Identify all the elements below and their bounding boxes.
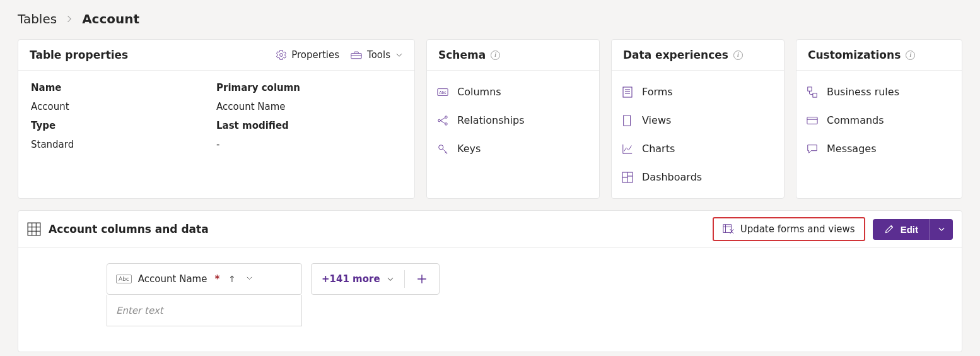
breadcrumb: Tables Account: [18, 11, 962, 27]
edit-split-button: Edit: [873, 219, 953, 240]
schema-relationships-label: Relationships: [457, 114, 525, 126]
breadcrumb-root-tables[interactable]: Tables: [18, 11, 57, 27]
card-title-schema: Schema: [438, 49, 486, 61]
edit-button-label: Edit: [901, 224, 918, 235]
tools-button[interactable]: Tools: [351, 49, 403, 61]
svg-point-3: [438, 119, 441, 122]
de-dashboards-label: Dashboards: [642, 171, 702, 183]
chevron-right-icon: [66, 13, 73, 25]
commands-icon: [807, 115, 818, 126]
card-title-customizations: Customizations: [808, 49, 901, 61]
card-schema: Schema i Abc Columns Relationships Keys: [426, 39, 600, 199]
prop-primary-label: Primary column: [216, 82, 402, 93]
update-forms-icon: [723, 223, 734, 235]
svg-rect-12: [807, 117, 817, 124]
de-forms-label: Forms: [642, 86, 673, 98]
relationships-icon: [437, 115, 448, 126]
chevron-down-icon: [395, 51, 403, 59]
svg-rect-8: [624, 115, 631, 125]
charts-icon: [622, 143, 633, 155]
info-icon[interactable]: i: [906, 50, 915, 60]
required-indicator: *: [214, 273, 219, 285]
more-columns-chip: +141 more: [311, 263, 440, 295]
text-column-icon: Abc: [116, 275, 132, 283]
prop-type-label: Type: [31, 120, 216, 131]
svg-rect-13: [28, 223, 40, 235]
cust-business-rules-link[interactable]: Business rules: [807, 86, 952, 98]
sort-ascending-icon: ↑: [228, 274, 236, 284]
views-icon: [622, 115, 633, 126]
tools-button-label: Tools: [367, 49, 390, 61]
cust-commands-label: Commands: [827, 114, 884, 126]
more-columns-label: +141 more: [322, 273, 380, 285]
card-table-properties: Table properties Properties Tools Name: [18, 39, 415, 199]
svg-point-6: [439, 145, 443, 149]
svg-rect-11: [813, 93, 817, 97]
edit-button-chevron[interactable]: [930, 219, 953, 240]
de-charts-link[interactable]: Charts: [622, 143, 774, 155]
update-forms-views-button[interactable]: Update forms and views: [713, 217, 865, 241]
prop-modified-value: -: [216, 139, 402, 150]
more-columns-button[interactable]: +141 more: [312, 264, 404, 294]
chevron-down-icon: [387, 275, 394, 283]
de-views-link[interactable]: Views: [622, 114, 774, 126]
toolbox-icon: [351, 50, 362, 59]
svg-point-5: [445, 122, 448, 125]
de-views-label: Views: [642, 114, 671, 126]
schema-keys-label: Keys: [457, 143, 481, 155]
account-columns-panel: Account columns and data Update forms an…: [18, 210, 962, 352]
schema-relationships-link[interactable]: Relationships: [437, 114, 589, 126]
breadcrumb-current: Account: [82, 11, 139, 27]
forms-icon: [622, 86, 633, 98]
messages-icon: [807, 143, 818, 155]
de-charts-label: Charts: [642, 143, 675, 155]
properties-button-label: Properties: [291, 49, 339, 61]
info-icon[interactable]: i: [491, 50, 500, 60]
schema-columns-link[interactable]: Abc Columns: [437, 86, 589, 98]
keys-icon: [437, 143, 448, 155]
properties-button[interactable]: Properties: [276, 49, 339, 61]
info-icon[interactable]: i: [733, 50, 743, 60]
column-header-account-name[interactable]: Abc Account Name * ↑: [107, 263, 302, 295]
dashboards-icon: [622, 172, 633, 183]
prop-modified-label: Last modified: [216, 120, 402, 131]
update-forms-views-label: Update forms and views: [740, 223, 855, 235]
plus-icon: [416, 273, 428, 285]
de-forms-link[interactable]: Forms: [622, 86, 774, 98]
card-title-data-experiences: Data experiences: [623, 49, 728, 61]
prop-name-value: Account: [31, 101, 216, 112]
card-customizations: Customizations i Business rules Commands…: [796, 39, 962, 199]
business-rules-icon: [807, 86, 818, 98]
column-header-label: Account Name: [138, 273, 207, 285]
account-name-input[interactable]: Enter text: [107, 295, 302, 326]
svg-text:Abc: Abc: [440, 90, 446, 94]
chevron-down-icon: [938, 225, 945, 233]
svg-rect-14: [723, 225, 732, 233]
bottom-title: Account columns and data: [49, 223, 209, 235]
cust-messages-link[interactable]: Messages: [807, 143, 952, 155]
cust-commands-link[interactable]: Commands: [807, 114, 952, 126]
cust-business-rules-label: Business rules: [827, 86, 899, 98]
card-title-table-properties: Table properties: [30, 49, 128, 61]
grid-icon: [27, 222, 41, 236]
svg-point-4: [445, 116, 448, 118]
gear-icon: [276, 50, 286, 60]
svg-rect-7: [623, 87, 632, 97]
columns-icon: Abc: [437, 86, 448, 98]
pencil-icon: [884, 224, 894, 234]
prop-type-value: Standard: [31, 139, 216, 150]
svg-rect-0: [351, 54, 361, 59]
prop-primary-value: Account Name: [216, 101, 402, 112]
prop-name-label: Name: [31, 82, 216, 93]
add-column-button[interactable]: [405, 264, 439, 294]
chevron-down-icon: [246, 275, 253, 283]
schema-columns-label: Columns: [457, 86, 501, 98]
schema-keys-link[interactable]: Keys: [437, 143, 589, 155]
de-dashboards-link[interactable]: Dashboards: [622, 171, 774, 183]
card-data-experiences: Data experiences i Forms Views Charts: [611, 39, 785, 199]
svg-rect-10: [808, 86, 812, 90]
edit-button[interactable]: Edit: [873, 219, 930, 240]
cust-messages-label: Messages: [827, 143, 876, 155]
